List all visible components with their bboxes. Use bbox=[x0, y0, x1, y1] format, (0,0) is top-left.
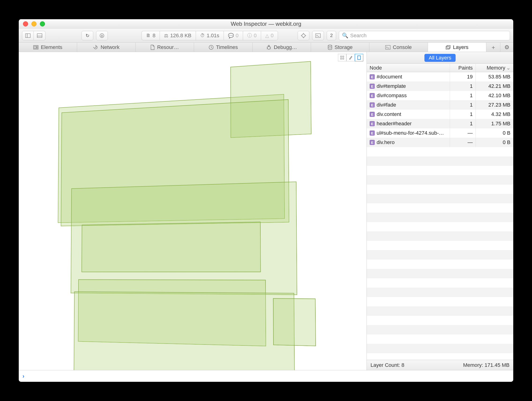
tab-storage[interactable]: Storage bbox=[311, 43, 369, 52]
cell-node: Eheader#header bbox=[367, 119, 450, 128]
close-button[interactable] bbox=[23, 21, 28, 26]
view-grid-button[interactable] bbox=[338, 54, 346, 61]
toggle-left-sidebar-button[interactable] bbox=[22, 31, 34, 40]
table-row-empty bbox=[367, 316, 513, 325]
scope-bar: All Layers bbox=[367, 52, 513, 64]
inspector-window: Web Inspector — webkit.org ↻ 🗎8 ⚖126.8 K… bbox=[19, 19, 513, 382]
console-tab-icon bbox=[385, 45, 390, 50]
table-row-empty bbox=[367, 344, 513, 353]
svg-rect-23 bbox=[386, 45, 390, 49]
tab-settings-button[interactable]: ⚙ bbox=[500, 43, 513, 52]
tab-console[interactable]: Console bbox=[369, 43, 428, 52]
table-row-empty bbox=[367, 213, 513, 222]
svg-point-17 bbox=[268, 45, 270, 47]
element-badge-icon: E bbox=[370, 112, 375, 117]
cell-paints: 1 bbox=[450, 110, 476, 119]
layer-plane[interactable] bbox=[74, 291, 295, 370]
svg-rect-0 bbox=[25, 33, 31, 38]
view-3d-button[interactable] bbox=[355, 54, 363, 61]
table-row[interactable]: Ediv#compass142.10 MB bbox=[367, 91, 513, 100]
toolbar-count[interactable]: 2 bbox=[327, 31, 336, 40]
table-row-empty bbox=[367, 157, 513, 166]
tab-layers[interactable]: Layers bbox=[428, 43, 486, 52]
memory-label: Memory: 171.45 MB bbox=[463, 362, 509, 368]
error-icon: ⓘ bbox=[247, 32, 252, 39]
cell-memory: 1.75 MB bbox=[476, 119, 513, 128]
tab-debugger[interactable]: Debugg… bbox=[253, 43, 311, 52]
tab-timelines[interactable]: Timelines bbox=[194, 43, 252, 52]
elements-icon bbox=[33, 45, 38, 50]
time-stat[interactable]: ⏱1.01s bbox=[196, 31, 224, 40]
table-row-empty bbox=[367, 269, 513, 278]
titlebar: Web Inspector — webkit.org bbox=[19, 19, 513, 29]
panel-bottom-icon bbox=[37, 33, 42, 38]
inspect-element-button[interactable] bbox=[298, 31, 309, 40]
weight-icon: ⚖ bbox=[164, 33, 168, 38]
element-badge-icon: E bbox=[370, 131, 375, 136]
cell-paints: — bbox=[450, 128, 476, 138]
layers-icon bbox=[445, 45, 451, 50]
console-button[interactable] bbox=[312, 31, 324, 40]
new-tab-button[interactable]: ＋ bbox=[486, 43, 500, 52]
layer-plane[interactable] bbox=[273, 298, 316, 346]
layer-count-label: Layer Count: 8 bbox=[371, 362, 404, 368]
table-row-empty bbox=[367, 222, 513, 232]
table-row-empty bbox=[367, 232, 513, 241]
scope-all-layers[interactable]: All Layers bbox=[424, 54, 456, 62]
search-field[interactable]: 🔍 Search bbox=[339, 31, 510, 40]
debugger-icon bbox=[266, 45, 271, 50]
column-memory[interactable]: Memory bbox=[476, 64, 513, 72]
cell-paints: 1 bbox=[450, 119, 476, 128]
element-badge-icon: E bbox=[370, 93, 375, 98]
table-row[interactable]: Ediv.hero—0 B bbox=[367, 138, 513, 147]
search-placeholder: Search bbox=[350, 32, 367, 39]
table-row[interactable]: Eul#sub-menu-for-4274.sub-…—0 B bbox=[367, 128, 513, 138]
quick-console[interactable]: › bbox=[19, 370, 513, 382]
sidebar-left-icon bbox=[25, 33, 31, 38]
layers-3d-viewport[interactable] bbox=[19, 52, 367, 370]
table-row[interactable]: Ediv.content14.32 MB bbox=[367, 110, 513, 119]
tab-elements[interactable]: Elements bbox=[19, 43, 77, 52]
column-paints[interactable]: Paints bbox=[450, 64, 476, 72]
tab-bar: Elements Network Resour… Timelines Debug… bbox=[19, 43, 513, 52]
maximize-button[interactable] bbox=[40, 21, 45, 26]
cell-paints: 1 bbox=[450, 81, 476, 91]
cell-memory: 27.23 MB bbox=[476, 100, 513, 110]
tab-resources[interactable]: Resour… bbox=[136, 43, 194, 52]
reload-button[interactable]: ↻ bbox=[82, 31, 93, 40]
view-paint-button[interactable] bbox=[346, 54, 355, 61]
content-area: All Layers Node Paints Memory E#document… bbox=[19, 52, 513, 370]
table-row[interactable]: E#document1953.85 MB bbox=[367, 72, 513, 81]
table-row-empty bbox=[367, 334, 513, 344]
table-row-empty bbox=[367, 250, 513, 260]
table-body[interactable]: E#document1953.85 MBEdiv#template142.21 … bbox=[367, 72, 513, 360]
resources-stat[interactable]: 🗎8 bbox=[142, 31, 160, 40]
svg-rect-25 bbox=[447, 45, 450, 48]
svg-line-20 bbox=[267, 49, 268, 49]
download-button[interactable] bbox=[96, 31, 108, 40]
warnings-stat[interactable]: △0 bbox=[261, 31, 278, 40]
table-row[interactable]: Eheader#header11.75 MB bbox=[367, 119, 513, 128]
minimize-button[interactable] bbox=[32, 21, 37, 26]
table-row[interactable]: Ediv#fade127.23 MB bbox=[367, 100, 513, 110]
svg-rect-29 bbox=[343, 58, 344, 59]
svg-rect-27 bbox=[343, 56, 344, 57]
cell-node: Ediv#template bbox=[367, 81, 450, 91]
cell-node: Ediv#fade bbox=[367, 100, 450, 110]
layers-3d-stack bbox=[48, 92, 326, 370]
resources-icon bbox=[151, 45, 155, 50]
column-node[interactable]: Node bbox=[367, 64, 450, 72]
cell-paints: 1 bbox=[450, 100, 476, 110]
cell-node: E#document bbox=[367, 72, 450, 81]
errors-stat[interactable]: ⓘ0 bbox=[243, 31, 261, 40]
toggle-bottom-panel-button[interactable] bbox=[34, 31, 45, 40]
gear-icon: ⚙ bbox=[504, 44, 509, 50]
logs-stat[interactable]: 💬0 bbox=[224, 31, 243, 40]
layer-plane[interactable] bbox=[82, 222, 261, 272]
reload-icon: ↻ bbox=[86, 33, 89, 38]
size-stat[interactable]: ⚖126.8 KB bbox=[160, 31, 196, 40]
element-badge-icon: E bbox=[370, 102, 375, 107]
node-name: header#header bbox=[377, 121, 412, 127]
table-row[interactable]: Ediv#template142.21 MB bbox=[367, 81, 513, 91]
tab-network[interactable]: Network bbox=[77, 43, 135, 52]
